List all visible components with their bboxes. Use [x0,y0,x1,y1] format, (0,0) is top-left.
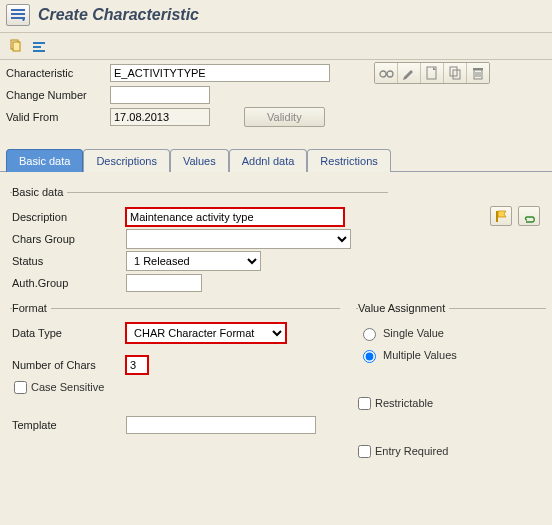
data-type-select[interactable]: CHAR Character Format [126,323,286,343]
svg-point-9 [380,71,386,77]
svg-rect-7 [33,46,41,48]
tab-values[interactable]: Values [170,149,229,172]
align-icon[interactable] [30,37,48,55]
tab-bar: Basic data Descriptions Values Addnl dat… [0,148,552,172]
characteristic-input[interactable] [110,64,330,82]
data-type-label: Data Type [12,327,122,339]
copy-icon[interactable] [6,37,24,55]
change-number-input[interactable] [110,86,210,104]
svg-rect-5 [13,42,20,51]
tab-descriptions[interactable]: Descriptions [83,149,170,172]
description-label: Description [12,211,122,223]
tab-addnl-data[interactable]: Addnl data [229,149,308,172]
svg-rect-15 [473,68,483,70]
restrictable-checkbox[interactable] [358,397,371,410]
copy-doc-icon[interactable] [443,63,466,83]
trash-icon[interactable] [466,63,489,83]
multiple-values-label: Multiple Values [383,349,457,361]
svg-point-10 [387,71,393,77]
flag-icon[interactable] [490,206,512,226]
title-bar: Create Characteristic [0,0,552,32]
case-sensitive-label: Case Sensitive [31,381,104,393]
pencil-icon[interactable] [397,63,420,83]
tab-basic-data[interactable]: Basic data [6,149,83,172]
glasses-icon[interactable] [375,63,397,83]
restrictable-label: Restrictable [375,397,433,409]
single-value-label: Single Value [383,327,444,339]
value-assignment-panel: Value Assignment Single Value Multiple V… [356,302,546,466]
svg-rect-1 [11,13,25,15]
basic-data-legend: Basic data [12,186,67,198]
status-label: Status [12,255,122,267]
template-label: Template [12,419,122,431]
characteristic-label: Characteristic [6,67,106,79]
value-assignment-legend: Value Assignment [358,302,449,314]
chars-group-select[interactable] [126,229,351,249]
format-legend: Format [12,302,51,314]
description-input[interactable] [126,208,344,226]
multiple-values-radio[interactable] [363,350,376,363]
tool-strip [0,32,552,60]
new-doc-icon[interactable] [420,63,443,83]
num-chars-input[interactable] [126,356,148,374]
case-sensitive-checkbox[interactable] [14,381,27,394]
header-toolbar [374,62,490,84]
header-form: Characteristic Change Number Valid From [0,60,552,128]
svg-rect-0 [11,9,25,11]
page-title: Create Characteristic [38,6,199,24]
svg-rect-8 [33,50,45,52]
menu-icon[interactable] [6,4,30,26]
entry-required-checkbox[interactable] [358,445,371,458]
valid-from-input[interactable] [110,108,210,126]
svg-marker-3 [22,19,25,21]
valid-from-label: Valid From [6,111,106,123]
validity-button[interactable]: Validity [244,107,325,127]
tab-restrictions[interactable]: Restrictions [307,149,390,172]
num-chars-label: Number of Chars [12,359,122,371]
format-panel: Format Data Type CHAR Character Format N… [10,302,340,440]
auth-group-input[interactable] [126,274,202,292]
change-number-label: Change Number [6,89,106,101]
svg-rect-2 [11,17,25,19]
chars-group-label: Chars Group [12,233,122,245]
single-value-radio[interactable] [363,328,376,341]
basic-data-panel: Basic data Description Chars Group Statu… [10,186,388,298]
attach-icon[interactable] [518,206,540,226]
svg-rect-6 [33,42,45,44]
status-select[interactable]: 1 Released [126,251,261,271]
entry-required-label: Entry Required [375,445,448,457]
auth-group-label: Auth.Group [12,277,122,289]
template-input[interactable] [126,416,316,434]
